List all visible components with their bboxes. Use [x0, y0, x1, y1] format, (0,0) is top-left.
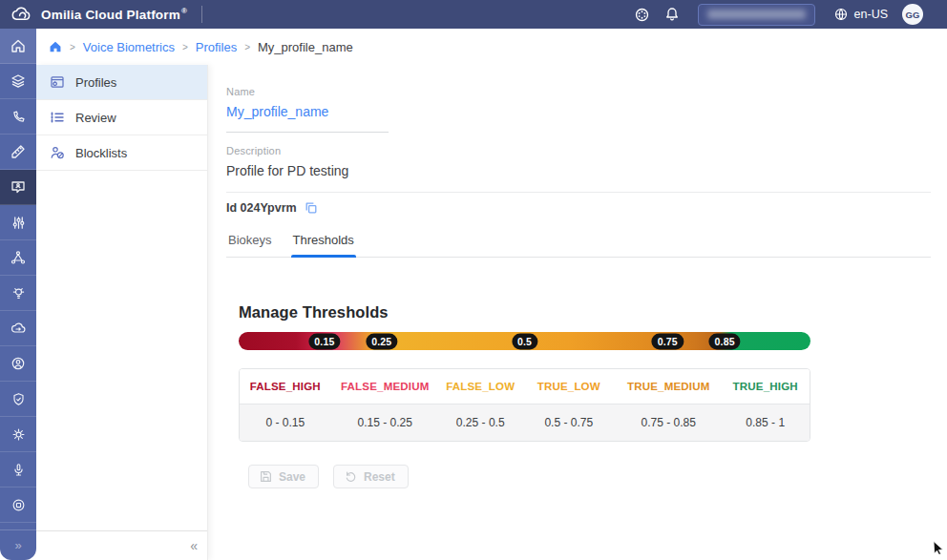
thresholds-table: FALSE_HIGH FALSE_MEDIUM FALSE_LOW TRUE_L… — [239, 368, 810, 442]
gear-icon[interactable] — [0, 417, 36, 452]
description-label: Description — [226, 145, 931, 156]
avatar[interactable]: GG — [902, 4, 923, 25]
column-header: TRUE_HIGH — [721, 369, 810, 404]
collapse-icon: « — [190, 538, 198, 553]
threshold-marker[interactable]: 0.5 — [512, 333, 537, 349]
record-icon[interactable] — [0, 487, 36, 523]
breadcrumb-home-icon[interactable] — [49, 40, 62, 53]
threshold-marker[interactable]: 0.75 — [652, 333, 684, 349]
apps-wheel-icon[interactable] — [634, 7, 650, 23]
column-header: FALSE_HIGH — [240, 369, 331, 404]
profile-tabs: Biokeys Thresholds — [226, 224, 931, 258]
breadcrumb-link-voice-biometrics[interactable]: Voice Biometrics — [83, 40, 175, 54]
locale-switcher[interactable]: en-US — [833, 7, 888, 22]
sidebar-item-review[interactable]: Review — [36, 100, 207, 135]
copy-icon[interactable] — [305, 201, 318, 215]
range-cell: 0.85 - 1 — [721, 404, 810, 441]
review-list-icon — [50, 110, 65, 125]
sliders-icon[interactable] — [0, 205, 36, 240]
section-title: Manage Thresholds — [239, 303, 931, 321]
threshold-marker[interactable]: 0.15 — [308, 333, 340, 349]
threshold-marker[interactable]: 0.25 — [366, 333, 397, 349]
breadcrumb: > Voice Biometrics > Profiles > My_profi… — [36, 29, 947, 65]
description-value[interactable]: Profile for PD testing — [226, 163, 931, 178]
id-value: 024Ypvrm — [241, 201, 297, 215]
range-cell: 0.75 - 0.85 — [616, 404, 721, 441]
save-label: Save — [279, 470, 305, 484]
section-sidebar: Profiles Review Blocklists « — [36, 65, 208, 560]
sidebar-item-blocklists[interactable]: Blocklists — [36, 135, 207, 171]
breadcrumb-separator: > — [182, 42, 188, 52]
column-header: FALSE_MEDIUM — [331, 369, 439, 404]
breadcrumb-separator: > — [244, 42, 250, 52]
sidebar-collapse-button[interactable]: « — [36, 530, 207, 560]
cloud-logo-icon — [11, 7, 32, 22]
home-icon[interactable] — [0, 29, 36, 64]
main-content: Name My_profile_name Description Profile… — [208, 65, 947, 560]
icon-rail: » — [0, 29, 36, 560]
trademark: ® — [181, 7, 187, 15]
locale-label: en-US — [854, 8, 888, 21]
header-divider — [201, 6, 202, 23]
threshold-gradient-bar[interactable]: 0.15 0.25 0.5 0.75 0.85 — [239, 332, 810, 350]
sidebar-item-label: Blocklists — [75, 146, 127, 160]
range-cell: 0 - 0.15 — [240, 404, 331, 441]
sidebar-item-label: Review — [75, 111, 116, 125]
id-label: Id — [226, 201, 237, 215]
thresholds-table-header-row: FALSE_HIGH FALSE_MEDIUM FALSE_LOW TRUE_L… — [240, 369, 810, 404]
column-header: FALSE_LOW — [439, 369, 522, 404]
bell-icon[interactable] — [664, 7, 680, 22]
blocklist-person-icon — [50, 145, 65, 160]
divider — [226, 192, 931, 193]
microphone-icon[interactable] — [0, 452, 36, 487]
range-cell: 0.5 - 0.75 — [522, 404, 617, 441]
tab-biokeys[interactable]: Biokeys — [226, 224, 274, 257]
mouse-cursor — [933, 541, 945, 558]
voice-chat-icon[interactable] — [0, 170, 36, 205]
column-header: TRUE_LOW — [522, 369, 617, 404]
account-selector[interactable] — [698, 4, 815, 26]
workflow-icon[interactable] — [0, 240, 36, 276]
tab-thresholds[interactable]: Thresholds — [291, 224, 356, 257]
range-cell: 0.25 - 0.5 — [439, 404, 522, 441]
reset-label: Reset — [364, 470, 395, 484]
breadcrumb-current: My_profile_name — [258, 40, 353, 54]
breadcrumb-separator: > — [70, 42, 75, 52]
cloud-sync-icon[interactable] — [0, 311, 36, 346]
column-header: TRUE_MEDIUM — [616, 369, 721, 404]
profile-card-icon — [50, 74, 65, 90]
user-circle-icon[interactable] — [0, 346, 36, 382]
name-label: Name — [226, 86, 931, 97]
expand-icon: » — [14, 538, 21, 552]
lightbulb-icon[interactable] — [0, 276, 36, 311]
save-button[interactable]: Save — [248, 465, 319, 488]
badge-check-icon[interactable] — [0, 382, 36, 417]
reset-icon — [345, 470, 357, 483]
thresholds-table-value-row: 0 - 0.15 0.15 - 0.25 0.25 - 0.5 0.5 - 0.… — [240, 404, 810, 441]
sidebar-item-label: Profiles — [75, 75, 116, 90]
design-tools-icon[interactable] — [0, 135, 36, 170]
blurred-text — [707, 10, 806, 19]
sidebar-item-profiles[interactable]: Profiles — [36, 65, 207, 100]
save-icon — [260, 470, 272, 483]
threshold-marker[interactable]: 0.85 — [709, 333, 741, 349]
top-header: Omilia Cloud Platform® — [0, 0, 947, 29]
globe-icon — [833, 7, 849, 22]
name-input[interactable]: My_profile_name — [226, 104, 389, 133]
phone-icon[interactable] — [0, 99, 36, 135]
profile-id-row: Id 024Ypvrm — [226, 201, 931, 215]
rail-expand-button[interactable]: » — [0, 529, 36, 560]
reset-button[interactable]: Reset — [333, 465, 409, 488]
layers-icon[interactable] — [0, 64, 36, 99]
app-title: Omilia Cloud Platform® — [41, 7, 187, 22]
range-cell: 0.15 - 0.25 — [331, 404, 439, 441]
breadcrumb-link-profiles[interactable]: Profiles — [196, 40, 237, 54]
